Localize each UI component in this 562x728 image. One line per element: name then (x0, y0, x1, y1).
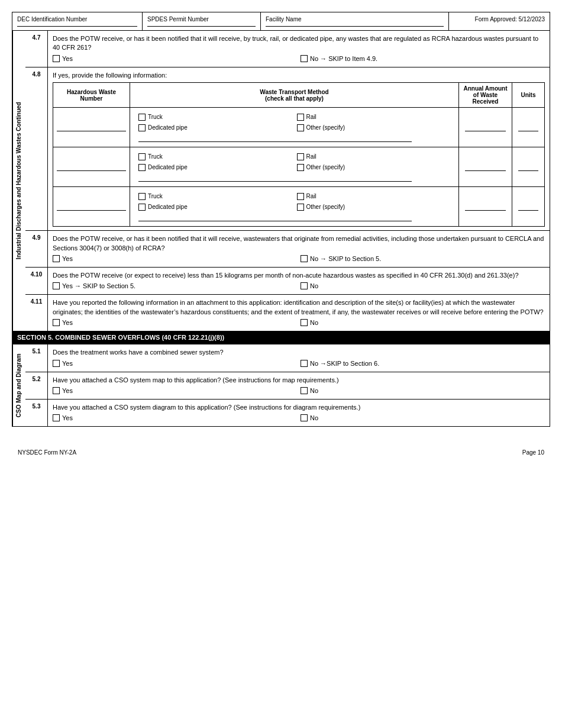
other-specify-line-3[interactable] (138, 214, 412, 221)
item-411-no-checkbox[interactable] (301, 319, 308, 326)
col-header-units: Units (512, 83, 545, 108)
item-411-question: Have you reported the following informat… (53, 298, 545, 317)
dec-id-cell: DEC Identification Number (12, 12, 143, 30)
item-49-yes-checkbox[interactable] (53, 255, 60, 262)
section5-header: SECTION 5. COMBINED SEWER OVERFLOWS (40 … (12, 331, 550, 344)
transport-rail-3: Rail (295, 192, 453, 201)
label-other-3: Other (specify) (306, 204, 345, 210)
item-48-table: Hazardous Waste Number Waste Transport M… (53, 82, 545, 227)
facility-label: Facility Name (266, 16, 444, 22)
cb-rail-2[interactable] (297, 153, 304, 160)
item-410-yes-checkbox[interactable] (53, 282, 60, 289)
item-410-no-label: No (310, 282, 318, 289)
item-410-yes-label: Yes → SKIP to Section 5. (62, 282, 135, 289)
item-411-no-label: No (310, 319, 318, 326)
item-53-no-checkbox[interactable] (301, 414, 308, 421)
cb-other-2[interactable] (297, 164, 304, 171)
label-truck-1: Truck (148, 114, 163, 120)
cb-pipe-3[interactable] (138, 204, 146, 211)
item-51-yes-checkbox[interactable] (53, 360, 60, 367)
table-row: Truck Rail Dedicated pipe (53, 187, 545, 227)
form-container: DEC Identification Number SPDES Permit N… (12, 12, 550, 427)
spdes-cell: SPDES Permit Number (143, 12, 261, 30)
dec-id-input-line (17, 26, 137, 27)
units-input-1[interactable] (518, 123, 538, 131)
transport-other-2: Other (specify) (295, 163, 453, 172)
units-cell-3 (512, 187, 545, 227)
cb-other-1[interactable] (297, 124, 304, 131)
item-52-yes-label: Yes (62, 387, 73, 394)
item-411-row: 4.11 Have you reported the following inf… (25, 295, 550, 331)
item-410-no-checkbox[interactable] (301, 282, 308, 289)
transport-cell-2: Truck Rail Dedicated pipe (130, 147, 459, 187)
transport-pipe-2: Dedicated pipe (136, 163, 295, 172)
item-52-no-label: No (310, 387, 318, 394)
item-52-no-checkbox[interactable] (301, 387, 308, 394)
section5-body: CSO Map and Diagram 5.1 Does the treatme… (12, 344, 550, 426)
item-47-no-label: No → SKIP to Item 4.9. (310, 55, 377, 62)
cb-pipe-2[interactable] (138, 164, 146, 171)
item-410-no-side: No (301, 282, 545, 289)
cb-other-3[interactable] (297, 204, 304, 211)
item-53-yes-side: Yes (53, 414, 297, 421)
item-49-no-side: No → SKIP to Section 5. (301, 255, 545, 262)
item-411-yes-checkbox[interactable] (53, 319, 60, 326)
item-47-yes-side: Yes (53, 55, 297, 62)
item-49-number: 4.9 (25, 231, 48, 267)
item-52-number: 5.2 (25, 372, 48, 399)
item-411-no-side: No (301, 319, 545, 326)
annual-input-1[interactable] (465, 123, 506, 131)
item-48-row: 4.8 If yes, provide the following inform… (25, 67, 550, 231)
facility-cell: Facility Name (261, 12, 449, 30)
item-47-no-checkbox[interactable] (301, 55, 308, 62)
cb-truck-1[interactable] (138, 114, 146, 121)
units-input-2[interactable] (518, 163, 538, 171)
cb-rail-1[interactable] (297, 114, 304, 121)
other-specify-line-2[interactable] (138, 175, 412, 182)
table-row: Truck Rail Dedicated pipe (53, 108, 545, 147)
transport-cell-1: Truck Rail Dedicated pipe (130, 108, 459, 147)
item-410-content: Does the POTW receive (or expect to rece… (48, 268, 550, 294)
form-header: DEC Identification Number SPDES Permit N… (12, 12, 550, 31)
item-49-no-checkbox[interactable] (301, 255, 308, 262)
transport-pipe-3: Dedicated pipe (136, 202, 295, 212)
item-53-checkbox-row: Yes No (53, 414, 545, 421)
item-49-question: Does the POTW receive, or has it been no… (53, 234, 545, 253)
annual-input-2[interactable] (465, 163, 506, 171)
section5-header-row: SECTION 5. COMBINED SEWER OVERFLOWS (40 … (12, 331, 550, 344)
label-pipe-3: Dedicated pipe (148, 204, 188, 210)
cb-pipe-1[interactable] (138, 124, 146, 131)
item-48-content: If yes, provide the following informatio… (48, 67, 550, 230)
item-53-yes-checkbox[interactable] (53, 414, 60, 421)
item-47-yes-label: Yes (62, 55, 73, 62)
item-52-yes-checkbox[interactable] (53, 387, 60, 394)
cb-truck-3[interactable] (138, 193, 146, 200)
item-52-row: 5.2 Have you attached a CSO system map t… (25, 372, 550, 400)
units-input-3[interactable] (518, 202, 538, 211)
transport-rail-2: Rail (295, 152, 453, 162)
units-cell-2 (512, 147, 545, 187)
label-truck-2: Truck (148, 153, 163, 160)
other-specify-line-1[interactable] (138, 135, 412, 142)
item-51-no-checkbox[interactable] (301, 360, 308, 367)
item-47-checkbox-row: Yes No → SKIP to Item 4.9. (53, 55, 545, 62)
hw-input-1[interactable] (57, 123, 126, 131)
cb-rail-3[interactable] (297, 193, 304, 200)
item-411-number: 4.11 (25, 295, 48, 331)
hw-input-3[interactable] (57, 202, 126, 211)
annual-input-3[interactable] (465, 202, 506, 211)
item-53-number: 5.3 (25, 400, 48, 426)
item-410-yes-side: Yes → SKIP to Section 5. (53, 282, 297, 289)
transport-cell-3: Truck Rail Dedicated pipe (130, 187, 459, 227)
item-52-content: Have you attached a CSO system map to th… (48, 372, 550, 399)
item-47-question: Does the POTW receive, or has it been no… (53, 34, 545, 53)
item-49-no-label: No → SKIP to Section 5. (310, 255, 381, 262)
item-47-yes-checkbox[interactable] (53, 55, 60, 62)
cb-truck-2[interactable] (138, 153, 146, 160)
hw-input-2[interactable] (57, 163, 126, 171)
transport-other-1: Other (specify) (295, 123, 453, 133)
transport-truck-3: Truck (136, 192, 295, 201)
footer-left: NYSDEC Form NY-2A (18, 449, 76, 456)
label-rail-2: Rail (306, 153, 316, 160)
spdes-input-line (147, 26, 256, 27)
